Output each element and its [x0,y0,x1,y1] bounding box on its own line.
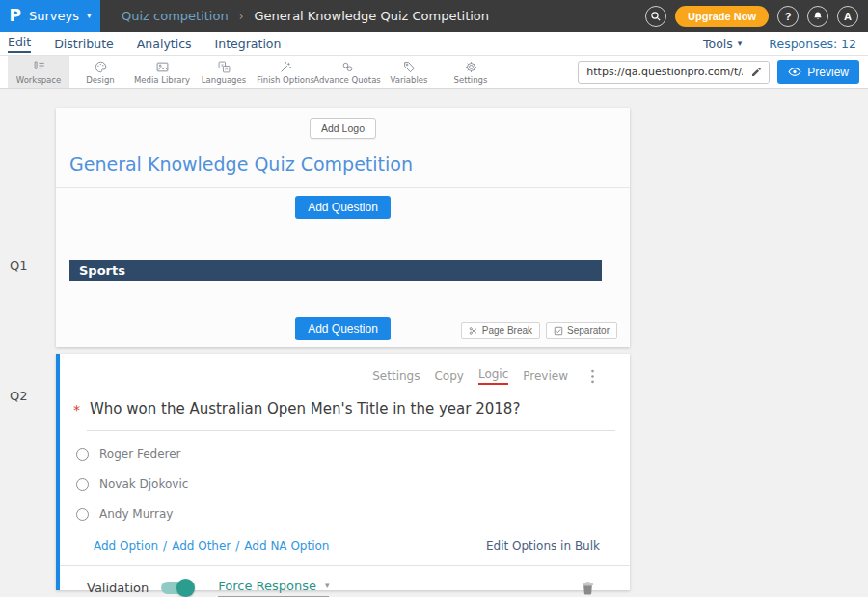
toolbar-item-design[interactable]: Design [69,56,131,88]
vertical-ellipsis-icon [590,369,595,384]
palette-icon [94,60,108,74]
editor-toolbar: Workspace Design Media Library xA Langua… [0,56,868,89]
answer-option-row[interactable]: Roger Federer [76,448,630,461]
breadcrumb-folder[interactable]: Quiz competition [122,9,229,23]
trash-icon [582,581,594,595]
question-logic-link[interactable]: Logic [478,367,508,385]
tab-analytics[interactable]: Analytics [137,37,192,51]
add-other-link[interactable]: Add Other [172,539,231,553]
notifications-button[interactable] [807,6,828,27]
answer-option-row[interactable]: Novak Djokovic [76,477,630,491]
radio-button-icon[interactable] [76,478,89,491]
toolbar-item-settings[interactable]: Settings [440,56,502,88]
toolbar-item-label: Advance Quotas [313,75,381,85]
add-logo-button[interactable]: Add Logo [310,118,376,139]
question-text[interactable]: Who won the Australian Open Men's Title … [90,400,520,418]
question-block-q1[interactable]: Sports [69,260,602,281]
surveys-product-menu[interactable]: P Surveys ▾ [0,0,100,32]
survey-header-card: Add Logo General Knowledge Quiz Competit… [56,108,630,347]
add-question-row-top: Add Question [56,188,630,219]
separator-button[interactable]: Separator [546,322,617,339]
toolbar-item-label: Media Library [134,75,190,85]
add-logo-row: Add Logo [56,108,630,139]
validation-type-value: Force Response [218,579,316,593]
link-separator: / [235,539,239,553]
validation-label: Validation [87,581,149,595]
avatar[interactable]: A [837,6,858,27]
question-menu: Settings Copy Logic Preview [60,354,630,385]
radio-button-icon[interactable] [76,448,89,461]
question-text-row: * Who won the Australian Open Men's Titl… [73,400,615,418]
tab-distribute[interactable]: Distribute [54,37,114,51]
breadcrumb: Quiz competition › General Knowledge Qui… [122,9,489,23]
question-copy-link[interactable]: Copy [434,369,463,383]
caret-down-icon: ▾ [87,12,92,20]
gear-icon [464,60,478,74]
survey-section-nav: Edit Distribute Analytics Integration To… [0,32,868,56]
question-settings-link[interactable]: Settings [372,369,420,383]
eye-icon [788,67,801,77]
upgrade-now-button[interactable]: Upgrade Now [675,6,769,27]
answer-option-label[interactable]: Andy Murray [99,507,173,521]
toolbar-item-workspace[interactable]: Workspace [8,56,69,88]
workspace-icon [32,60,46,74]
toolbar-item-advance-quotas[interactable]: Advance Quotas [316,56,378,88]
tools-label: Tools [703,37,733,51]
question-text-underline [87,430,615,431]
top-bar: P Surveys ▾ Quiz competition › General K… [0,0,868,32]
validation-type-dropdown[interactable]: Force Response ▾ [218,579,329,597]
tag-icon [402,60,417,74]
survey-title[interactable]: General Knowledge Quiz Competition [69,153,630,175]
chain-links-icon [340,60,355,74]
search-button[interactable] [645,6,666,27]
add-question-button[interactable]: Add Question [295,196,391,219]
question-preview-link[interactable]: Preview [523,369,568,383]
pencil-icon [750,66,763,78]
toolbar-item-media-library[interactable]: Media Library [131,56,193,88]
survey-url-group [578,61,770,84]
tools-menu[interactable]: Tools ▾ [703,37,742,51]
toolbar-item-label: Workspace [16,75,61,85]
caret-down-icon: ▾ [325,582,330,590]
delete-question-button[interactable] [582,581,594,595]
answer-option-label[interactable]: Roger Federer [99,448,181,461]
toolbar-right: Preview [578,56,868,88]
answer-option-row[interactable]: Andy Murray [76,507,630,521]
question-more-menu[interactable] [590,369,595,384]
add-option-link[interactable]: Add Option [94,539,158,553]
bell-icon [812,11,824,22]
divider [60,565,630,566]
add-na-option-link[interactable]: Add NA Option [244,539,329,553]
page-break-label: Page Break [482,325,532,336]
toolbar-item-variables[interactable]: Variables [378,56,440,88]
validation-toggle[interactable] [161,582,192,594]
question-number-q1: Q1 [10,258,28,273]
add-question-button[interactable]: Add Question [295,317,391,340]
edit-url-button[interactable] [745,62,769,83]
question-number-q2: Q2 [10,389,28,403]
toggle-knob-icon [176,579,195,597]
responses-count[interactable]: Responses: 12 [769,37,856,51]
toolbar-item-finish-options[interactable]: Finish Options [255,56,316,88]
survey-url-input[interactable] [579,66,745,78]
breadcrumb-current-survey: General Knowledge Quiz Competition [254,9,489,23]
validation-row: Validation Force Response ▾ [87,579,615,597]
insert-controls: Page Break Separator [461,322,617,339]
tab-integration[interactable]: Integration [215,37,282,51]
topbar-actions: Upgrade Now ? A [645,6,868,27]
toolbar-item-label: Variables [391,75,428,85]
radio-button-icon[interactable] [76,508,89,521]
edit-options-in-bulk-link[interactable]: Edit Options in Bulk [486,539,600,553]
toolbar-item-languages[interactable]: xA Languages [193,56,255,88]
page-break-button[interactable]: Page Break [461,322,540,339]
tab-edit[interactable]: Edit [8,35,31,53]
image-icon [155,60,170,74]
option-actions-row: Add Option / Add Other / Add NA Option E… [94,539,600,553]
help-button[interactable]: ? [777,6,799,27]
toolbar-item-label: Languages [202,75,246,85]
preview-button[interactable]: Preview [777,60,859,84]
answer-option-label[interactable]: Novak Djokovic [99,477,188,491]
survey-canvas: Q1 Q2 Add Logo General Knowledge Quiz Co… [0,89,868,597]
toolbar-item-label: Design [86,75,114,85]
scissors-icon [469,326,478,336]
